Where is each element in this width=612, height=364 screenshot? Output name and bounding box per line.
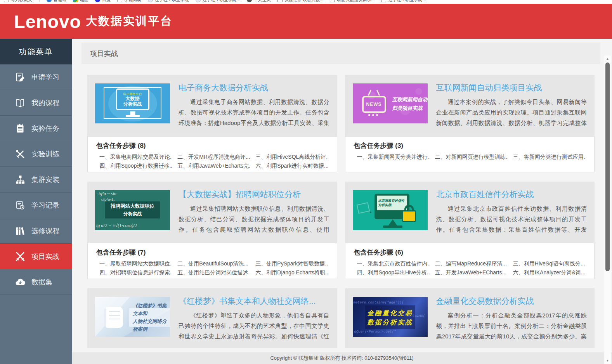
project-card-ecommerce: 电子商务平台 大数据 分析实战 电子商务大数据分析实战 通过采集电子商务网站数据… (87, 75, 337, 172)
sidebar-item-label: 选修课程 (31, 226, 59, 236)
bookmark-import[interactable]: 导入收藏夹 (4, 0, 32, 3)
thumb-brand-text: 电子商务平台 (123, 92, 142, 96)
sidebar-item-elective-courses[interactable]: 选修课程 (0, 218, 72, 244)
formula-text: ctg²α-1. (101, 197, 114, 201)
bookmark-label: 个人主页 (254, 0, 271, 3)
footer: Copyright © 联想集团 版权所有 技术咨询: 010-82793540… (72, 352, 612, 364)
elective-courses-icon (15, 225, 26, 236)
thumb-caption: 《红楼梦》书集文本和 人物社交网络分析案例 (129, 308, 170, 327)
task-step[interactable]: 二、对新闻网页进行模型训练... (435, 154, 508, 161)
task-step[interactable]: 三、利用HiveSql语句离线分... (513, 260, 586, 267)
my-courses-icon (15, 97, 26, 108)
formula-text: -tg²α ~ sin (97, 191, 116, 197)
bookmark-item[interactable]: 个人主页 (247, 0, 271, 3)
project-title-link[interactable]: 【大数据实战】招聘网站职位分析 (179, 189, 329, 200)
dataset-icon (15, 277, 26, 288)
task-step[interactable]: 一、采集新闻网页分类并进行... (357, 154, 430, 161)
project-title-link[interactable]: 互联网新闻自动归类项目实战 (436, 82, 587, 93)
app-header: Lenovo 大数据实训平台 (0, 4, 612, 39)
task-step[interactable]: 三、使用PySpark对智联数据... (255, 260, 328, 267)
task-step[interactable]: 四、利用Sqoop进行数据迁移... (99, 163, 172, 170)
task-step[interactable]: 六、利用Spark进行实时数据... (255, 163, 328, 170)
sidebar-item-learning-records[interactable]: 学习记录 (0, 192, 72, 218)
task-step[interactable]: 五、使用结巴分词对岗位描述... (177, 269, 250, 276)
sidebar-item-my-courses[interactable]: 我的课程 (0, 90, 72, 116)
thumb-title-line: 人物社交网络分析案例 (133, 317, 170, 333)
sidebar-item-label: 学习记录 (31, 201, 59, 210)
sidebar-item-experiment-training[interactable]: 实验训练 (0, 141, 72, 167)
project-thumbnail[interactable]: 电子商务平台 大数据 分析实战 (95, 83, 170, 123)
project-title-link[interactable]: 北京市政百姓信件分析实战 (436, 189, 587, 200)
task-step[interactable]: 三、将新闻分类进行测试应用... (513, 154, 586, 161)
monitor-stand (130, 111, 135, 115)
card-top: -tg²α ~ sin ctg²α-1. tg α/2 = ±√(1-cosα)… (87, 182, 337, 243)
baidu-icon (95, 0, 100, 2)
bookmark-item[interactable]: 百度 (95, 0, 111, 3)
task-step[interactable]: 六、利用IKAnalyzer分词&词... (513, 269, 586, 276)
bookmark-item[interactable]: 辽宁社工职业学院 (148, 0, 189, 3)
task-step[interactable]: 四、对招聘职位信息进行探索... (99, 269, 172, 276)
scrollbar-thumb[interactable] (605, 62, 610, 271)
bookmark-item[interactable]: 辽宁社工职业学院... (381, 0, 426, 3)
bookmark-item[interactable]: 小说阅读 (117, 0, 141, 3)
task-step[interactable]: 五、利用JavaWeb+Echarts完... (177, 163, 250, 170)
task-step[interactable]: 二、使用BeautifulSoup清洗... (177, 260, 250, 267)
monitor-base (383, 225, 402, 228)
thumb-title-line: 《红楼梦》书集文本和 (133, 302, 170, 317)
project-title-link[interactable]: 电子商务大数据分析实战 (179, 82, 329, 93)
vertical-scrollbar[interactable]: ▲ ▼ (604, 55, 611, 364)
task-step[interactable]: 一、采集北京市政百姓信件内... (357, 260, 430, 267)
card-text: 互联网新闻自动归类项目实战 通过本案例的实战，了解类似今日头条、网易新闻等企业在… (436, 82, 587, 129)
bookmark-label: 导入收藏夹 (11, 0, 32, 3)
project-title-link[interactable]: 金融量化交易数据分析实战 (436, 296, 587, 307)
task-step[interactable]: 四、利用Sqoop导出Hive分析... (357, 269, 430, 276)
thumb-title-line: 归类项目实战 (392, 105, 423, 111)
task-step[interactable]: 二、编写MapReduce程序清... (435, 260, 508, 267)
apply-learning-icon (15, 72, 26, 83)
bookmark-label: 小说阅读 (124, 0, 141, 3)
task-step[interactable]: 一、采集电商网站交易及评论... (99, 154, 172, 161)
page-icon (277, 0, 283, 2)
sidebar-item-apply-learning[interactable]: 申请学习 (0, 64, 72, 90)
task-step[interactable]: 六、利用Django Echarts将职... (255, 269, 328, 276)
sidebar-item-dataset[interactable]: 数据集 (0, 269, 72, 295)
sidebar-item-experiment-tasks[interactable]: 实验任务 (0, 116, 72, 141)
task-steps-panel: 包含任务步骤 (6) 一、采集北京市政百姓信件内... 二、编写MapReduc… (345, 243, 595, 279)
task-step[interactable]: 二、开发MR程序清洗电商评... (177, 154, 250, 161)
scroll-down-arrow[interactable]: ▼ (604, 358, 611, 364)
page-icon (381, 0, 386, 2)
thumb-title-line: 分析实战 (123, 101, 142, 107)
task-step[interactable]: 一、爬取招聘网站大数据职位... (99, 260, 172, 267)
bookmark-item[interactable]: 辽宁社工职业学院... (196, 0, 240, 3)
thumb-title-line: 金融量化交易 (368, 308, 413, 317)
sidebar-item-project-practice[interactable]: 项目实战 (0, 244, 72, 269)
app-icon (47, 0, 52, 2)
experiment-training-icon (15, 149, 26, 159)
bookmark-item[interactable]: 地图 (73, 0, 88, 3)
project-description: 通过采集电子商务网站数据、利用数据清洗、数据分析、数据可视化技术完成整体项目的开… (179, 97, 329, 129)
map-icon (73, 0, 78, 2)
project-thumbnail[interactable]: -tg²α ~ sin ctg²α-1. tg α/2 = ±√(1-cosα)… (95, 190, 170, 230)
app-title: 大数据实训平台 (86, 14, 173, 29)
project-thumbnail[interactable]: meters.contains("age")){ dQuery<Person>.… (353, 297, 428, 337)
project-title-link[interactable]: 《红楼梦》书集文本和人物社交网络... (179, 296, 329, 307)
page-title-bar: 项目实战 (81, 43, 600, 64)
project-thumbnail[interactable]: 北京市政百姓信件 分析实战 (353, 190, 428, 230)
bookmark-item[interactable]: 联想大数据实训系... (330, 0, 374, 3)
experiment-tasks-icon (15, 123, 26, 134)
steps-list: 一、采集北京市政百姓信件内... 二、编写MapReduce程序清... 三、利… (354, 260, 586, 276)
bookmark-item[interactable]: 普通话 (47, 0, 66, 3)
bookmark-item[interactable]: 实验任务 联想大数... (277, 0, 323, 3)
bookmark-label: 地图 (80, 0, 88, 3)
task-steps-panel: 包含任务步骤 (8) 一、采集电商网站交易及评论... 二、开发MR程序清洗电商… (87, 136, 337, 172)
project-thumbnail[interactable]: NEWS 互联网新闻自动 归类项目实战 (353, 83, 428, 123)
scroll-up-arrow[interactable]: ▲ (604, 56, 611, 62)
task-step[interactable]: 五、开发JavaWeb+ECharts... (435, 269, 508, 276)
sidebar-item-cluster-install[interactable]: 集群安装 (0, 167, 72, 192)
project-thumbnail[interactable]: 《红楼梦》书集文本和 人物社交网络分析案例 (95, 297, 170, 337)
bookmark-label: 普通话 (54, 0, 66, 3)
globe-icon (196, 0, 201, 2)
task-step[interactable]: 三、利用HiveSQL离线分析评... (255, 154, 328, 161)
sidebar-menu-header: 功能菜单 (0, 39, 72, 64)
project-description: 《红楼梦》塑造了众多的人物形象，他们各自具有自己独特的个性特征，成为不朽的艺术典… (179, 310, 329, 343)
